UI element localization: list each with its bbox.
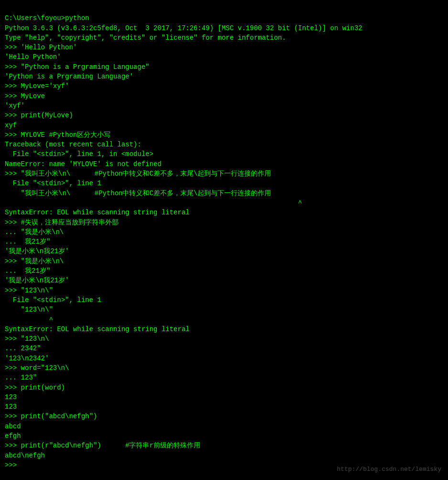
terminal-line: ... "我是小米\n\ [5,227,443,237]
watermark: http://blog.csdn.net/lemisky [337,465,441,474]
terminal-line: >>> "123\n\" [5,286,443,295]
terminal-line: File "<stdin>", line 1 [5,295,443,305]
terminal-line: >>> print(MyLove) [5,111,443,120]
terminal-line: >>> #失误，注释应当放到字符串外部 [5,218,443,227]
terminal-line: 123 [5,392,443,402]
terminal-line: >>> print(word) [5,383,443,392]
terminal-line: SyntaxError: EOL while scanning string l… [5,208,443,217]
terminal-line: '我是小米\n我21岁' [5,246,443,256]
terminal-line: >>> "我叫王小米\n\ #Python中转义和C差不多，末尾\起到与下一行连… [5,169,443,179]
terminal-line: >>> print(r"abcd\nefgh") #字符串r前级的特殊作用 [5,441,443,450]
terminal-line: abcd [5,422,443,431]
terminal-line: >>> MyLove [5,91,443,101]
terminal-line: >>> "123\n\ [5,334,443,344]
terminal-line: >>> 'Hello Python' [5,43,443,52]
terminal-line: ... 2342" [5,344,443,353]
terminal-line: '我是小米\n我21岁' [5,276,443,285]
terminal-line: efgh [5,431,443,441]
terminal-line: 123 [5,402,443,412]
terminal-line: >>> "我是小米\n\ [5,257,443,266]
terminal-line: >>> word="123\n\ [5,363,443,373]
terminal-line: Traceback (most recent call last): [5,140,443,149]
terminal-line: File "<stdin>", line 1 [5,179,443,188]
terminal-line: NameError: name 'MYLOVE' is not defined [5,159,443,169]
terminal-line: Python 3.6.3 (v3.6.3:2c5fed8, Oct 3 2017… [5,23,443,33]
terminal-line: ^ [5,315,443,324]
terminal-line: '123\n2342' [5,354,443,363]
terminal-line: ... 123" [5,373,443,382]
terminal-line: Type "help", "copyright", "credits" or "… [5,33,443,43]
terminal-line: C:\Users\foyou>python [5,13,443,23]
terminal-line: 'Python is a Prgraming Language' [5,72,443,81]
terminal-line: ... 我21岁" [5,266,443,276]
terminal-line: "我叫王小米\n\ #Python中转义和C差不多，末尾\起到与下一行连接的作用 [5,189,443,198]
terminal-line: 'xyf' [5,101,443,111]
terminal-line: SyntaxError: EOL while scanning string l… [5,324,443,334]
terminal-line: >>> print("abcd\nefgh") [5,412,443,421]
terminal-output: C:\Users\foyou>pythonPython 3.6.3 (v3.6.… [5,4,443,480]
terminal-line: File "<stdin>", line 1, in <module> [5,149,443,159]
terminal-line: "123\n\" [5,305,443,314]
terminal-line: >>> MYLOVE #Python区分大小写 [5,130,443,140]
terminal-line: ... 我21岁" [5,237,443,246]
terminal-line: 'Hello Python' [5,52,443,62]
terminal-line: xyf [5,121,443,130]
terminal-line: >>> "Python is a Prgraming Language" [5,62,443,72]
terminal-line: abcd\nefgh [5,451,443,460]
terminal-line: ^ [5,198,443,208]
terminal-line: >>> MyLove='xyf' [5,81,443,91]
